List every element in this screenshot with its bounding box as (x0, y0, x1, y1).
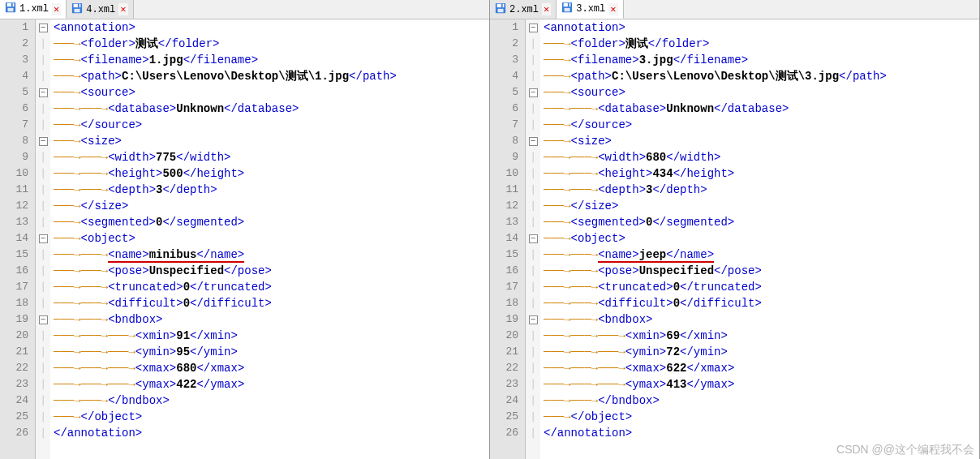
code-line[interactable]: ───→───→───→<ymin>72</ymin> (544, 344, 979, 360)
code-line[interactable]: ───→───→<name>minibus</name> (54, 247, 489, 263)
code-line[interactable]: ───→<object> (54, 230, 489, 247)
code-line[interactable]: ───→<filename>1.jpg</filename> (54, 52, 489, 68)
close-icon[interactable]: ✕ (542, 3, 551, 15)
fold-marker: │ (526, 214, 540, 230)
line-number: 5 (0, 84, 28, 101)
code-line[interactable]: ───→───→───→<ymax>422</ymax> (54, 376, 489, 393)
file-tab[interactable]: 1.xml✕ (0, 0, 67, 19)
fold-marker[interactable]: − (526, 19, 540, 36)
code-line[interactable]: ───→<path>C:\Users\Lenovo\Desktop\测试\3.j… (544, 68, 979, 84)
code-line[interactable]: ───→<path>C:\Users\Lenovo\Desktop\测试\1.j… (54, 68, 489, 84)
code-line[interactable]: ───→</size> (544, 198, 979, 214)
line-number: 18 (490, 295, 518, 311)
code-line[interactable]: ───→</object> (544, 409, 979, 425)
code-line[interactable]: ───→───→<depth>3</depth> (54, 182, 489, 198)
code-line[interactable]: ───→───→<depth>3</depth> (544, 182, 979, 198)
code-line[interactable]: ───→───→<database>Unknown</database> (54, 101, 489, 117)
fold-marker[interactable]: − (526, 84, 540, 101)
line-number: 22 (490, 360, 518, 376)
fold-marker: │ (526, 52, 540, 68)
fold-marker: │ (526, 68, 540, 84)
code-line[interactable]: ───→───→<truncated>0</truncated> (544, 279, 979, 295)
tab-bar-right: 2.xml✕3.xml✕ (490, 0, 979, 19)
code-line[interactable]: ───→</size> (54, 198, 489, 214)
fold-marker[interactable]: − (36, 311, 50, 328)
save-icon (495, 2, 506, 17)
line-number-gutter: 1234567891011121314151617181920212223242… (0, 19, 36, 459)
code-line[interactable]: <annotation> (54, 19, 489, 36)
code-line[interactable]: ───→───→<bndbox> (54, 311, 489, 328)
editor-pane-right: 2.xml✕3.xml✕ 123456789101112131415161718… (490, 0, 980, 459)
fold-marker[interactable]: − (526, 311, 540, 328)
fold-marker: │ (526, 360, 540, 376)
code-line[interactable]: ───→───→───→<xmin>91</xmin> (54, 328, 489, 344)
code-line[interactable]: ───→───→───→<ymin>95</ymin> (54, 344, 489, 360)
code-line[interactable]: ───→───→───→<xmax>680</xmax> (54, 360, 489, 376)
code-line[interactable]: ───→<size> (544, 133, 979, 149)
fold-marker: │ (36, 182, 50, 198)
code-line[interactable]: ───→───→<bndbox> (544, 311, 979, 328)
code-line[interactable]: ───→───→<truncated>0</truncated> (54, 279, 489, 295)
close-icon[interactable]: ✕ (608, 3, 617, 15)
line-number: 17 (490, 279, 518, 295)
code-line[interactable]: ───→───→</bndbox> (54, 393, 489, 409)
code-line[interactable]: </annotation> (544, 425, 979, 441)
file-tab[interactable]: 3.xml✕ (557, 0, 623, 19)
code-line[interactable]: ───→<segmented>0</segmented> (544, 214, 979, 230)
code-area[interactable]: <annotation>───→<folder>测试</folder>───→<… (540, 19, 979, 459)
code-line[interactable]: ───→───→<height>434</height> (544, 165, 979, 182)
file-tab[interactable]: 2.xml✕ (490, 0, 557, 19)
fold-marker: │ (36, 36, 50, 52)
code-line[interactable]: ───→<object> (544, 230, 979, 247)
fold-marker[interactable]: − (526, 230, 540, 247)
fold-marker[interactable]: − (36, 230, 50, 247)
code-line[interactable]: ───→</object> (54, 409, 489, 425)
code-line[interactable]: ───→───→───→<xmin>69</xmin> (544, 328, 979, 344)
fold-marker: │ (36, 295, 50, 311)
code-line[interactable]: ───→───→<pose>Unspecified</pose> (544, 263, 979, 279)
editor-body-left[interactable]: 1234567891011121314151617181920212223242… (0, 19, 489, 459)
close-icon[interactable]: ✕ (52, 3, 61, 15)
code-line[interactable]: ───→───→<width>775</width> (54, 149, 489, 165)
line-number: 22 (0, 360, 28, 376)
fold-marker[interactable]: − (36, 84, 50, 101)
code-line[interactable]: ───→───→───→<ymax>413</ymax> (544, 376, 979, 393)
code-line[interactable]: ───→<size> (54, 133, 489, 149)
editor-body-right[interactable]: 1234567891011121314151617181920212223242… (490, 19, 979, 459)
code-line[interactable]: ───→───→<width>680</width> (544, 149, 979, 165)
close-icon[interactable]: ✕ (118, 3, 127, 15)
code-line[interactable]: ───→<filename>3.jpg</filename> (544, 52, 979, 68)
code-line[interactable]: ───→</source> (54, 117, 489, 133)
code-line[interactable]: ───→───→<database>Unknown</database> (544, 101, 979, 117)
fold-marker[interactable]: − (36, 19, 50, 36)
tab-bar-left: 1.xml✕4.xml✕ (0, 0, 489, 19)
code-line[interactable]: ───→</source> (544, 117, 979, 133)
code-line[interactable]: ───→<segmented>0</segmented> (54, 214, 489, 230)
editor-pane-left: 1.xml✕4.xml✕ 123456789101112131415161718… (0, 0, 490, 459)
svg-rect-13 (564, 3, 571, 6)
code-line[interactable]: ───→<folder>测试</folder> (544, 36, 979, 52)
svg-rect-14 (565, 8, 570, 11)
code-line[interactable]: ───→───→<height>500</height> (54, 165, 489, 182)
fold-column[interactable]: −│││−││−│││││−││││−│││││││ (36, 19, 50, 459)
line-number: 3 (490, 52, 518, 68)
fold-column[interactable]: −│││−││−│││││−││││−│││││││ (526, 19, 540, 459)
code-area[interactable]: <annotation>───→<folder>测试</folder>───→<… (50, 19, 489, 459)
code-line[interactable]: ───→───→<difficult>0</difficult> (544, 295, 979, 311)
code-line[interactable]: ───→───→</bndbox> (544, 393, 979, 409)
code-line[interactable]: </annotation> (54, 425, 489, 441)
fold-marker[interactable]: − (526, 133, 540, 149)
fold-marker[interactable]: − (36, 133, 50, 149)
code-line[interactable]: ───→───→<name>jeep</name> (544, 247, 979, 263)
code-line[interactable]: ───→<folder>测试</folder> (54, 36, 489, 52)
code-line[interactable]: ───→───→<difficult>0</difficult> (54, 295, 489, 311)
fold-marker: │ (36, 165, 50, 182)
code-line[interactable]: ───→───→───→<xmax>622</xmax> (544, 360, 979, 376)
save-icon (561, 2, 573, 16)
line-number: 25 (0, 409, 28, 425)
code-line[interactable]: <annotation> (544, 19, 979, 36)
code-line[interactable]: ───→───→<pose>Unspecified</pose> (54, 263, 489, 279)
file-tab[interactable]: 4.xml✕ (67, 0, 133, 19)
code-line[interactable]: ───→<source> (544, 84, 979, 101)
code-line[interactable]: ───→<source> (54, 84, 489, 101)
